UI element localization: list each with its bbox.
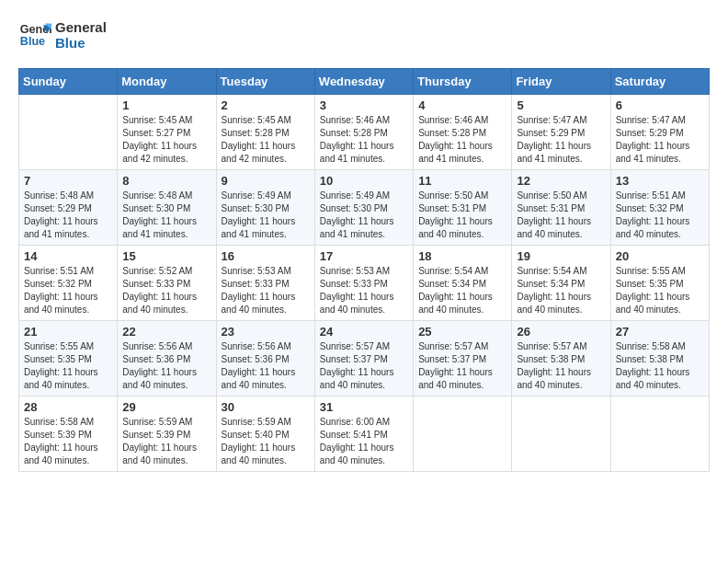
day-info: Sunrise: 5:45 AM Sunset: 5:27 PM Dayligh… [122,114,210,166]
calendar-cell: 6Sunrise: 5:47 AM Sunset: 5:29 PM Daylig… [610,95,709,170]
day-number: 12 [517,174,605,188]
calendar-cell: 14Sunrise: 5:51 AM Sunset: 5:32 PM Dayli… [19,246,118,321]
day-number: 25 [418,325,506,339]
day-number: 24 [320,325,408,339]
calendar-cell: 13Sunrise: 5:51 AM Sunset: 5:32 PM Dayli… [610,170,709,246]
calendar-cell: 21Sunrise: 5:55 AM Sunset: 5:35 PM Dayli… [19,321,118,396]
svg-text:Blue: Blue [20,35,45,48]
day-number: 16 [222,249,310,263]
header-sunday: Sunday [19,69,118,95]
day-number: 15 [122,249,210,263]
logo-blue: Blue [55,35,107,51]
day-number: 26 [517,325,605,339]
day-info: Sunrise: 5:58 AM Sunset: 5:38 PM Dayligh… [616,340,704,392]
day-number: 20 [616,249,704,263]
calendar-cell: 4Sunrise: 5:46 AM Sunset: 5:28 PM Daylig… [414,95,512,170]
day-number: 1 [122,98,210,112]
calendar-cell: 2Sunrise: 5:45 AM Sunset: 5:28 PM Daylig… [216,95,314,170]
day-number: 6 [616,98,704,112]
day-number: 4 [418,98,506,112]
day-number: 11 [418,174,506,188]
day-number: 7 [24,174,112,188]
day-info: Sunrise: 5:51 AM Sunset: 5:32 PM Dayligh… [24,265,112,316]
day-info: Sunrise: 5:56 AM Sunset: 5:36 PM Dayligh… [222,340,310,392]
day-info: Sunrise: 5:54 AM Sunset: 5:34 PM Dayligh… [517,265,605,316]
calendar-cell: 1Sunrise: 5:45 AM Sunset: 5:27 PM Daylig… [118,95,216,170]
calendar-cell: 28Sunrise: 5:58 AM Sunset: 5:39 PM Dayli… [19,396,118,472]
day-info: Sunrise: 5:59 AM Sunset: 5:39 PM Dayligh… [122,416,210,467]
day-info: Sunrise: 5:49 AM Sunset: 5:30 PM Dayligh… [320,190,408,241]
day-number: 3 [320,98,408,112]
day-number: 19 [517,249,605,263]
day-info: Sunrise: 5:52 AM Sunset: 5:33 PM Dayligh… [122,265,210,316]
calendar-cell: 24Sunrise: 5:57 AM Sunset: 5:37 PM Dayli… [314,321,413,396]
calendar-cell: 11Sunrise: 5:50 AM Sunset: 5:31 PM Dayli… [414,170,512,246]
day-info: Sunrise: 5:57 AM Sunset: 5:37 PM Dayligh… [320,340,408,392]
calendar-cell: 9Sunrise: 5:49 AM Sunset: 5:30 PM Daylig… [216,170,314,246]
day-info: Sunrise: 5:59 AM Sunset: 5:40 PM Dayligh… [222,416,310,467]
day-number: 5 [517,98,605,112]
calendar-cell: 17Sunrise: 5:53 AM Sunset: 5:33 PM Dayli… [314,246,413,321]
day-number: 18 [418,249,506,263]
day-number: 22 [122,325,210,339]
calendar-cell: 10Sunrise: 5:49 AM Sunset: 5:30 PM Dayli… [314,170,413,246]
day-info: Sunrise: 5:50 AM Sunset: 5:31 PM Dayligh… [418,190,506,241]
calendar-cell: 18Sunrise: 5:54 AM Sunset: 5:34 PM Dayli… [414,246,512,321]
calendar-cell: 27Sunrise: 5:58 AM Sunset: 5:38 PM Dayli… [610,321,709,396]
calendar-cell: 8Sunrise: 5:48 AM Sunset: 5:30 PM Daylig… [118,170,216,246]
day-info: Sunrise: 5:46 AM Sunset: 5:28 PM Dayligh… [320,114,408,166]
calendar-week-row: 14Sunrise: 5:51 AM Sunset: 5:32 PM Dayli… [19,246,710,321]
day-number: 21 [24,325,112,339]
day-info: Sunrise: 5:51 AM Sunset: 5:32 PM Dayligh… [616,190,704,241]
calendar-cell: 16Sunrise: 5:53 AM Sunset: 5:33 PM Dayli… [216,246,314,321]
header-tuesday: Tuesday [216,69,314,95]
day-number: 8 [122,174,210,188]
calendar-cell [19,95,118,170]
day-number: 27 [616,325,704,339]
day-info: Sunrise: 5:54 AM Sunset: 5:34 PM Dayligh… [418,265,506,316]
calendar-cell: 3Sunrise: 5:46 AM Sunset: 5:28 PM Daylig… [314,95,413,170]
calendar-cell [512,396,610,472]
calendar-header-row: SundayMondayTuesdayWednesdayThursdayFrid… [19,69,710,95]
day-info: Sunrise: 5:53 AM Sunset: 5:33 PM Dayligh… [222,265,310,316]
day-number: 28 [24,400,112,414]
header-saturday: Saturday [610,69,709,95]
day-info: Sunrise: 5:57 AM Sunset: 5:37 PM Dayligh… [418,340,506,392]
header-thursday: Thursday [414,69,512,95]
header-wednesday: Wednesday [314,69,413,95]
day-info: Sunrise: 5:55 AM Sunset: 5:35 PM Dayligh… [616,265,704,316]
day-number: 29 [122,400,210,414]
day-info: Sunrise: 5:47 AM Sunset: 5:29 PM Dayligh… [517,114,605,166]
logo-icon: General Blue [18,18,51,52]
day-info: Sunrise: 5:46 AM Sunset: 5:28 PM Dayligh… [418,114,506,166]
calendar-cell: 20Sunrise: 5:55 AM Sunset: 5:35 PM Dayli… [610,246,709,321]
calendar-cell: 23Sunrise: 5:56 AM Sunset: 5:36 PM Dayli… [216,321,314,396]
day-info: Sunrise: 5:57 AM Sunset: 5:38 PM Dayligh… [517,340,605,392]
day-number: 14 [24,249,112,263]
day-info: Sunrise: 5:55 AM Sunset: 5:35 PM Dayligh… [24,340,112,392]
day-info: Sunrise: 5:48 AM Sunset: 5:30 PM Dayligh… [122,190,210,241]
calendar-cell [414,396,512,472]
calendar-cell: 31Sunrise: 6:00 AM Sunset: 5:41 PM Dayli… [314,396,413,472]
calendar-cell: 12Sunrise: 5:50 AM Sunset: 5:31 PM Dayli… [512,170,610,246]
calendar-week-row: 21Sunrise: 5:55 AM Sunset: 5:35 PM Dayli… [19,321,710,396]
calendar-cell: 26Sunrise: 5:57 AM Sunset: 5:38 PM Dayli… [512,321,610,396]
calendar-week-row: 7Sunrise: 5:48 AM Sunset: 5:29 PM Daylig… [19,170,710,246]
day-info: Sunrise: 5:50 AM Sunset: 5:31 PM Dayligh… [517,190,605,241]
day-number: 13 [616,174,704,188]
day-number: 17 [320,249,408,263]
calendar-cell: 30Sunrise: 5:59 AM Sunset: 5:40 PM Dayli… [216,396,314,472]
logo: General Blue General Blue [18,18,107,52]
day-number: 31 [320,400,408,414]
day-number: 10 [320,174,408,188]
day-info: Sunrise: 5:58 AM Sunset: 5:39 PM Dayligh… [24,416,112,467]
day-info: Sunrise: 5:45 AM Sunset: 5:28 PM Dayligh… [222,114,310,166]
calendar-cell: 25Sunrise: 5:57 AM Sunset: 5:37 PM Dayli… [414,321,512,396]
calendar: SundayMondayTuesdayWednesdayThursdayFrid… [18,68,710,472]
day-info: Sunrise: 5:53 AM Sunset: 5:33 PM Dayligh… [320,265,408,316]
calendar-cell: 15Sunrise: 5:52 AM Sunset: 5:33 PM Dayli… [118,246,216,321]
day-info: Sunrise: 6:00 AM Sunset: 5:41 PM Dayligh… [320,416,408,467]
calendar-week-row: 28Sunrise: 5:58 AM Sunset: 5:39 PM Dayli… [19,396,710,472]
calendar-week-row: 1Sunrise: 5:45 AM Sunset: 5:27 PM Daylig… [19,95,710,170]
day-info: Sunrise: 5:48 AM Sunset: 5:29 PM Dayligh… [24,190,112,241]
